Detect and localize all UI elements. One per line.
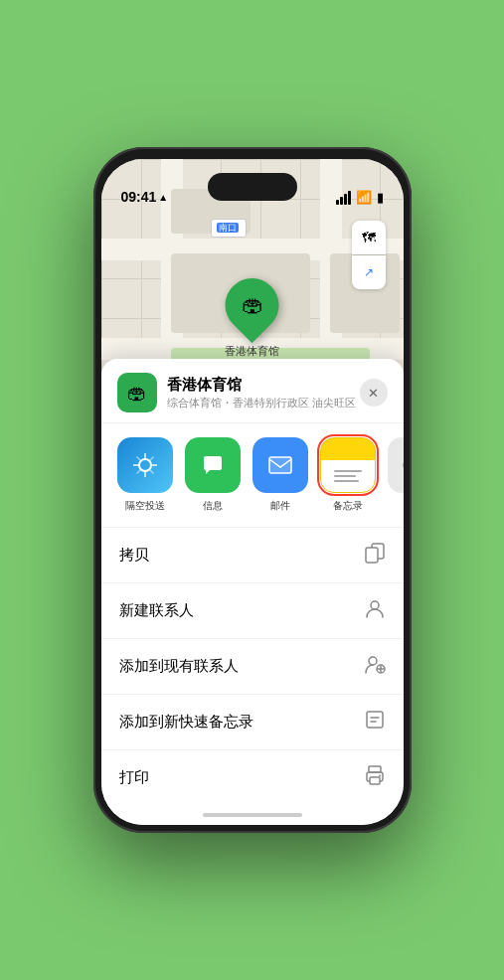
- phone-frame: 09:41 ▲ 📶 ▮: [93, 147, 412, 833]
- svg-point-0: [139, 459, 151, 471]
- mail-label: 邮件: [270, 499, 290, 513]
- messages-icon-box: [185, 437, 241, 493]
- copy-icon: [364, 542, 386, 569]
- status-time: 09:41 ▲: [121, 189, 169, 205]
- dynamic-island: [208, 173, 297, 201]
- share-item-airdrop[interactable]: 隔空投送: [117, 437, 173, 513]
- action-row-new-contact[interactable]: 新建联系人: [101, 583, 404, 639]
- stadium-pin: 🏟: [214, 267, 289, 343]
- status-icons: 📶 ▮: [336, 190, 384, 205]
- share-item-notes[interactable]: 备忘录: [320, 437, 376, 513]
- location-button[interactable]: ↗: [352, 255, 386, 289]
- stadium-map-label: 香港体育馆: [225, 344, 279, 359]
- map-label-south-gate: 南口: [211, 219, 247, 238]
- action-row-print[interactable]: 打印: [101, 750, 404, 805]
- share-item-messages[interactable]: 信息: [185, 437, 241, 513]
- copy-label: 拷贝: [119, 546, 149, 565]
- bottom-sheet: 🏟 香港体育馆 综合体育馆・香港特别行政区 油尖旺区 ✕: [101, 359, 404, 825]
- print-label: 打印: [119, 768, 149, 787]
- home-indicator: [203, 813, 302, 817]
- svg-rect-10: [367, 712, 383, 728]
- notes-line-2: [334, 475, 356, 477]
- map-type-button[interactable]: 🗺: [352, 221, 386, 254]
- venue-info: 香港体育馆 综合体育馆・香港特别行政区 油尖旺区: [167, 376, 360, 410]
- airdrop-label: 隔空投送: [125, 499, 165, 513]
- notes-icon-box: [320, 437, 376, 493]
- svg-rect-15: [370, 777, 380, 784]
- share-item-mail[interactable]: 邮件: [252, 437, 308, 513]
- time-display: 09:41: [121, 189, 157, 205]
- svg-rect-13: [369, 766, 381, 772]
- svg-point-6: [369, 657, 377, 665]
- new-contact-icon: [364, 597, 386, 624]
- svg-rect-4: [366, 548, 378, 563]
- svg-point-5: [371, 601, 379, 609]
- svg-rect-1: [269, 457, 291, 473]
- stadium-marker: 🏟 香港体育馆: [225, 278, 279, 359]
- sheet-header: 🏟 香港体育馆 综合体育馆・香港特别行政区 油尖旺区 ✕: [101, 359, 404, 423]
- quick-note-label: 添加到新快速备忘录: [119, 713, 253, 732]
- stadium-pin-icon: 🏟: [242, 292, 263, 318]
- venue-subtitle: 综合体育馆・香港特别行政区 油尖旺区: [167, 396, 360, 410]
- signal-icon: [336, 191, 351, 205]
- new-contact-label: 新建联系人: [119, 601, 194, 620]
- map-controls: 🗺 ↗: [352, 221, 386, 289]
- venue-icon: 🏟: [117, 373, 157, 412]
- add-existing-label: 添加到现有联系人: [119, 657, 239, 676]
- close-button[interactable]: ✕: [360, 379, 388, 407]
- svg-point-16: [379, 775, 381, 777]
- battery-icon: ▮: [377, 190, 384, 205]
- notes-lines: [334, 470, 362, 482]
- notes-line-3: [334, 480, 359, 482]
- location-icon: ▲: [158, 192, 168, 203]
- action-row-quick-note[interactable]: 添加到新快速备忘录: [101, 695, 404, 750]
- more-icon-box: [388, 437, 404, 493]
- mail-icon-box: [252, 437, 308, 493]
- share-item-more[interactable]: 推: [388, 437, 404, 513]
- print-icon: [364, 764, 386, 791]
- airdrop-icon: [117, 437, 173, 493]
- wifi-icon: 📶: [356, 190, 372, 205]
- phone-screen: 09:41 ▲ 📶 ▮: [101, 159, 404, 825]
- messages-label: 信息: [203, 499, 223, 513]
- venue-name: 香港体育馆: [167, 376, 360, 395]
- action-row-copy[interactable]: 拷贝: [101, 528, 404, 583]
- notes-line-1: [334, 470, 362, 472]
- quick-note-icon: [364, 709, 386, 735]
- share-row: 隔空投送 信息: [101, 423, 404, 528]
- add-existing-icon: [364, 653, 386, 680]
- action-row-add-existing[interactable]: 添加到现有联系人: [101, 639, 404, 695]
- notes-label: 备忘录: [333, 499, 363, 513]
